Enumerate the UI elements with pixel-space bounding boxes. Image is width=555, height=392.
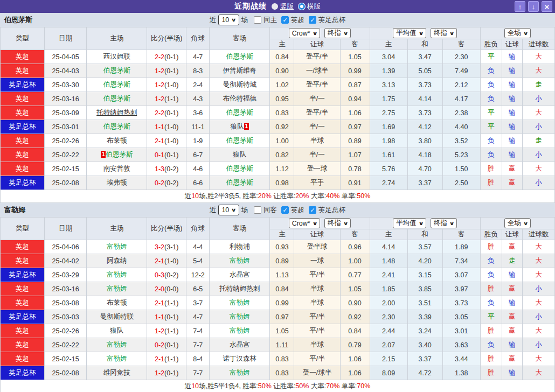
away-team-cell: 伯恩茅斯 xyxy=(210,176,270,190)
result-handicap: 赢 xyxy=(502,282,522,296)
average-stage-select[interactable]: 终指∨ xyxy=(431,218,457,228)
odds-stage-select[interactable]: 终指∨ xyxy=(324,28,351,38)
match-type-badge: 英超 xyxy=(1,240,45,254)
scope-select[interactable]: 全场∨ xyxy=(504,218,531,228)
odds-away: 0.78 xyxy=(340,162,370,176)
odds-away: 1.06 xyxy=(340,106,370,120)
col-header-0: 类型 xyxy=(1,27,45,50)
corners-cell: 3-7 xyxy=(186,296,210,310)
sub-col-header-8: 进球数 xyxy=(522,229,554,240)
scope-select-value: 全场 xyxy=(508,29,521,38)
away-team-name: 曼彻斯特城 xyxy=(223,81,257,88)
match-row: 英足总杯25-02-08维冈竞技1-2(0-1)7-7富勒姆0.83受一/球半1… xyxy=(1,366,555,380)
avg-draw: 3.73 xyxy=(407,78,442,92)
match-type-badge: 英超 xyxy=(1,324,45,338)
check-icon: ✓ xyxy=(310,207,315,213)
halftime-score: (1-0) xyxy=(164,137,178,145)
result-goals: 大 xyxy=(522,296,554,310)
result-goals: 大 xyxy=(522,268,554,282)
scope-select[interactable]: 全场∨ xyxy=(504,28,531,38)
radio-horizontal[interactable]: 横版 xyxy=(299,2,321,11)
avg-home: 3.04 xyxy=(370,50,407,64)
avg-home: 1.85 xyxy=(370,282,407,296)
league-checkbox[interactable]: ✓ xyxy=(281,16,289,24)
halftime-score: (0-2) xyxy=(164,179,178,187)
match-row: 英足总杯25-03-01伯恩茅斯1-1(1-0)11-1狼队10.92半/一0.… xyxy=(1,120,555,134)
scroll-up-button[interactable]: ↑ xyxy=(515,1,525,12)
home-team-cell: 布莱顿 xyxy=(87,134,147,148)
match-date: 25-03-30 xyxy=(45,78,87,92)
cup-checkbox[interactable]: ✓ xyxy=(309,206,316,214)
match-date: 25-04-06 xyxy=(45,240,87,254)
average-stage-select[interactable]: 终指∨ xyxy=(431,28,457,38)
score-cell: 1-2(0-1) xyxy=(147,64,186,78)
col-header-1: 日期 xyxy=(45,27,87,50)
close-button[interactable]: × xyxy=(542,1,552,12)
titlebar-center: 近期战绩 竖版 横版 xyxy=(0,2,555,11)
away-team-cell: 诺丁汉森林 xyxy=(210,352,270,366)
result-goals: 小 xyxy=(522,338,554,352)
halftime-score: (0-1) xyxy=(164,369,178,377)
odds-home: 1.12 xyxy=(270,162,294,176)
away-team-name: 富勒姆 xyxy=(230,299,250,306)
match-type-badge: 英足总杯 xyxy=(1,366,45,380)
home-team-name: 伯恩茅斯 xyxy=(103,81,130,88)
away-team-cell: 富勒姆 xyxy=(210,324,270,338)
odds-stage-select-value: 终指 xyxy=(328,219,341,228)
col-header-5: 客场 xyxy=(210,27,270,50)
match-row: 英超25-03-09托特纳姆热刺2-2(0-1)3-6伯恩茅斯0.83受平/半1… xyxy=(1,106,555,120)
home-team-cell: 伯恩茅斯 xyxy=(87,92,147,106)
match-count-select[interactable]: 10∨ xyxy=(218,205,239,215)
odds-away: 0.79 xyxy=(340,338,370,352)
odds-home: 0.97 xyxy=(270,310,294,324)
avg-away: 5.23 xyxy=(442,148,480,162)
odds-stage-select[interactable]: 终指∨ xyxy=(324,218,351,228)
avg-home: 1.48 xyxy=(370,254,407,268)
avg-draw: 4.18 xyxy=(407,148,442,162)
result-handicap: 赢 xyxy=(502,162,522,176)
home-team-cell: 阿森纳 xyxy=(87,254,147,268)
halftime-score: (1-1) xyxy=(164,95,178,103)
result-outcome: 负 xyxy=(480,148,502,162)
avg-away: 1.50 xyxy=(442,162,480,176)
average-select[interactable]: 平均值∨ xyxy=(393,28,426,38)
avg-home: 2.41 xyxy=(370,268,407,282)
score-cell: 2-0(0-0) xyxy=(147,282,186,296)
avg-home: 1.98 xyxy=(370,134,407,148)
avg-home: 2.00 xyxy=(370,296,407,310)
average-select[interactable]: 平均值∨ xyxy=(393,218,426,228)
col-header-4: 角球 xyxy=(186,27,210,50)
away-team-name: 伊普斯维奇 xyxy=(223,67,257,74)
halftime-score: (1-0) xyxy=(164,123,178,131)
scroll-down-button[interactable]: ↓ xyxy=(528,1,539,12)
avg-home: 1.69 xyxy=(370,120,407,134)
bookmaker-select[interactable]: Crow*∨ xyxy=(289,218,320,228)
down-arrow-icon: ↓ xyxy=(532,3,536,10)
avg-away: 2.12 xyxy=(442,78,480,92)
match-date: 25-03-16 xyxy=(45,282,87,296)
average-stage-select-value: 终指 xyxy=(434,219,447,228)
match-count-select[interactable]: 10∨ xyxy=(218,15,239,25)
league-checkbox[interactable]: ✓ xyxy=(281,206,289,214)
same-venue-checkbox[interactable] xyxy=(254,206,261,214)
col-header-0: 类型 xyxy=(1,218,45,240)
score-cell: 0-2(0-1) xyxy=(147,338,186,352)
match-row: 英超25-04-03伯恩茅斯1-2(0-1)8-3伊普斯维奇0.90一/球半0.… xyxy=(1,64,555,78)
match-row: 英超25-03-16伯恩茅斯1-2(1-1)4-3布伦特福德0.95半/一0.9… xyxy=(1,92,555,106)
match-type-badge: 英足总杯 xyxy=(1,120,45,134)
cup-checkbox[interactable]: ✓ xyxy=(309,16,316,24)
home-team-name[interactable]: 托特纳姆热刺 xyxy=(96,109,137,116)
odds-away: 1.06 xyxy=(340,366,370,380)
match-type-badge: 英超 xyxy=(1,64,45,78)
match-type-badge: 英超 xyxy=(1,282,45,296)
corners-cell: 6-5 xyxy=(186,282,210,296)
same-venue-checkbox[interactable] xyxy=(254,16,261,24)
away-team-cell: 伯恩茅斯 xyxy=(210,50,270,64)
result-handicap: 赢 xyxy=(502,310,522,324)
radio-vertical[interactable]: 竖版 xyxy=(272,2,294,11)
avg-home: 2.75 xyxy=(370,106,407,120)
home-team-cell: 托特纳姆热刺 xyxy=(87,106,147,120)
bookmaker-select[interactable]: Crow*∨ xyxy=(289,28,320,38)
odds-away: 1.05 xyxy=(340,282,370,296)
corners-cell: 7-4 xyxy=(186,324,210,338)
